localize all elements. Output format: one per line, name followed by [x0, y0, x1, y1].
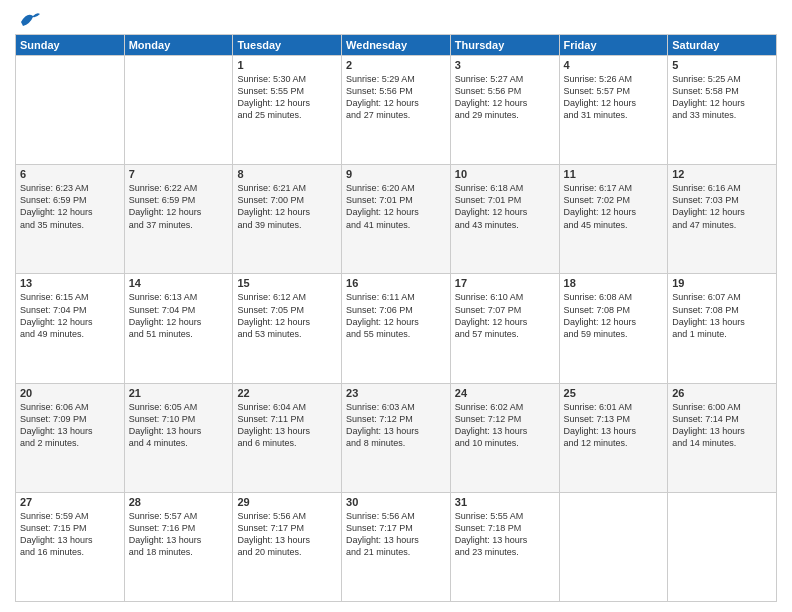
calendar-cell: 13Sunrise: 6:15 AMSunset: 7:04 PMDayligh… [16, 274, 125, 383]
calendar-week-row: 20Sunrise: 6:06 AMSunset: 7:09 PMDayligh… [16, 383, 777, 492]
cell-content: Sunset: 7:11 PM [237, 413, 337, 425]
cell-content: Sunset: 7:13 PM [564, 413, 664, 425]
cell-content: Sunset: 7:01 PM [455, 194, 555, 206]
cell-content: Daylight: 13 hours [672, 316, 772, 328]
cell-content: Sunrise: 6:22 AM [129, 182, 229, 194]
calendar-cell: 29Sunrise: 5:56 AMSunset: 7:17 PMDayligh… [233, 492, 342, 601]
cell-content: Daylight: 12 hours [129, 206, 229, 218]
day-number: 10 [455, 168, 555, 180]
calendar-cell: 5Sunrise: 5:25 AMSunset: 5:58 PMDaylight… [668, 56, 777, 165]
cell-content: Daylight: 12 hours [346, 206, 446, 218]
cell-content: Daylight: 13 hours [237, 534, 337, 546]
cell-content: Daylight: 12 hours [564, 316, 664, 328]
calendar-cell: 9Sunrise: 6:20 AMSunset: 7:01 PMDaylight… [342, 165, 451, 274]
cell-content: and 18 minutes. [129, 546, 229, 558]
calendar-cell: 3Sunrise: 5:27 AMSunset: 5:56 PMDaylight… [450, 56, 559, 165]
calendar-cell: 1Sunrise: 5:30 AMSunset: 5:55 PMDaylight… [233, 56, 342, 165]
cell-content: Sunrise: 6:13 AM [129, 291, 229, 303]
day-number: 17 [455, 277, 555, 289]
calendar-cell: 21Sunrise: 6:05 AMSunset: 7:10 PMDayligh… [124, 383, 233, 492]
day-number: 14 [129, 277, 229, 289]
day-header-saturday: Saturday [668, 35, 777, 56]
cell-content: Sunrise: 5:26 AM [564, 73, 664, 85]
cell-content: Sunrise: 6:03 AM [346, 401, 446, 413]
calendar-cell: 10Sunrise: 6:18 AMSunset: 7:01 PMDayligh… [450, 165, 559, 274]
day-number: 5 [672, 59, 772, 71]
cell-content: and 16 minutes. [20, 546, 120, 558]
day-number: 31 [455, 496, 555, 508]
cell-content: and 31 minutes. [564, 109, 664, 121]
calendar-cell: 25Sunrise: 6:01 AMSunset: 7:13 PMDayligh… [559, 383, 668, 492]
cell-content: Sunrise: 5:27 AM [455, 73, 555, 85]
cell-content: and 59 minutes. [564, 328, 664, 340]
cell-content: Sunrise: 6:07 AM [672, 291, 772, 303]
cell-content: Daylight: 13 hours [346, 534, 446, 546]
cell-content: Daylight: 13 hours [455, 425, 555, 437]
cell-content: Sunrise: 6:15 AM [20, 291, 120, 303]
cell-content: Sunrise: 5:56 AM [346, 510, 446, 522]
cell-content: and 29 minutes. [455, 109, 555, 121]
cell-content: and 8 minutes. [346, 437, 446, 449]
cell-content: Daylight: 12 hours [20, 206, 120, 218]
cell-content: and 25 minutes. [237, 109, 337, 121]
cell-content: Daylight: 12 hours [455, 316, 555, 328]
cell-content: Daylight: 12 hours [20, 316, 120, 328]
calendar-table: SundayMondayTuesdayWednesdayThursdayFrid… [15, 34, 777, 602]
calendar-cell: 28Sunrise: 5:57 AMSunset: 7:16 PMDayligh… [124, 492, 233, 601]
cell-content: Daylight: 13 hours [20, 425, 120, 437]
cell-content: and 45 minutes. [564, 219, 664, 231]
cell-content: Sunset: 7:18 PM [455, 522, 555, 534]
cell-content: and 27 minutes. [346, 109, 446, 121]
cell-content: and 1 minute. [672, 328, 772, 340]
day-number: 4 [564, 59, 664, 71]
day-number: 30 [346, 496, 446, 508]
cell-content: Sunrise: 6:17 AM [564, 182, 664, 194]
cell-content: Sunset: 7:17 PM [346, 522, 446, 534]
cell-content: Daylight: 12 hours [455, 206, 555, 218]
calendar-cell: 14Sunrise: 6:13 AMSunset: 7:04 PMDayligh… [124, 274, 233, 383]
cell-content: Sunrise: 5:55 AM [455, 510, 555, 522]
cell-content: Sunrise: 6:06 AM [20, 401, 120, 413]
cell-content: and 57 minutes. [455, 328, 555, 340]
cell-content: Sunset: 7:05 PM [237, 304, 337, 316]
cell-content: Daylight: 13 hours [20, 534, 120, 546]
calendar-cell [124, 56, 233, 165]
cell-content: Sunrise: 6:11 AM [346, 291, 446, 303]
cell-content: Daylight: 12 hours [237, 97, 337, 109]
day-header-sunday: Sunday [16, 35, 125, 56]
day-number: 11 [564, 168, 664, 180]
calendar-cell: 27Sunrise: 5:59 AMSunset: 7:15 PMDayligh… [16, 492, 125, 601]
cell-content: Daylight: 12 hours [237, 206, 337, 218]
day-number: 28 [129, 496, 229, 508]
cell-content: and 39 minutes. [237, 219, 337, 231]
calendar-cell: 4Sunrise: 5:26 AMSunset: 5:57 PMDaylight… [559, 56, 668, 165]
cell-content: and 20 minutes. [237, 546, 337, 558]
cell-content: and 33 minutes. [672, 109, 772, 121]
cell-content: Sunset: 5:56 PM [455, 85, 555, 97]
cell-content: Daylight: 12 hours [672, 206, 772, 218]
day-header-tuesday: Tuesday [233, 35, 342, 56]
cell-content: Daylight: 13 hours [237, 425, 337, 437]
cell-content: and 35 minutes. [20, 219, 120, 231]
calendar-cell [16, 56, 125, 165]
cell-content: and 47 minutes. [672, 219, 772, 231]
day-number: 27 [20, 496, 120, 508]
cell-content: Sunset: 7:02 PM [564, 194, 664, 206]
cell-content: Daylight: 13 hours [129, 425, 229, 437]
day-number: 15 [237, 277, 337, 289]
day-number: 24 [455, 387, 555, 399]
calendar-cell: 22Sunrise: 6:04 AMSunset: 7:11 PMDayligh… [233, 383, 342, 492]
cell-content: Sunrise: 6:05 AM [129, 401, 229, 413]
cell-content: and 43 minutes. [455, 219, 555, 231]
cell-content: Sunrise: 6:18 AM [455, 182, 555, 194]
day-number: 26 [672, 387, 772, 399]
cell-content: Sunrise: 5:29 AM [346, 73, 446, 85]
cell-content: Daylight: 12 hours [672, 97, 772, 109]
cell-content: Sunset: 5:58 PM [672, 85, 772, 97]
cell-content: and 23 minutes. [455, 546, 555, 558]
calendar-cell [668, 492, 777, 601]
calendar-cell: 31Sunrise: 5:55 AMSunset: 7:18 PMDayligh… [450, 492, 559, 601]
calendar-header-row: SundayMondayTuesdayWednesdayThursdayFrid… [16, 35, 777, 56]
day-number: 29 [237, 496, 337, 508]
calendar-cell: 26Sunrise: 6:00 AMSunset: 7:14 PMDayligh… [668, 383, 777, 492]
